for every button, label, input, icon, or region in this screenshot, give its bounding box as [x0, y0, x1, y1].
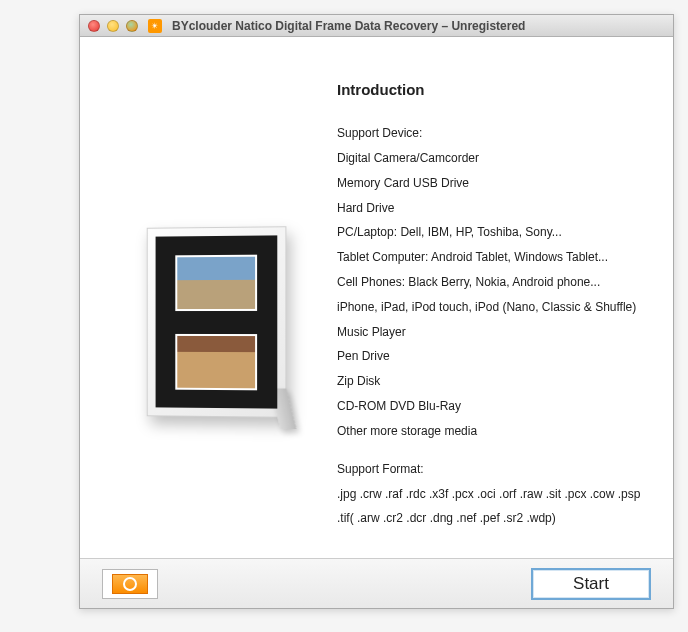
- zoom-icon[interactable]: [126, 20, 138, 32]
- window-title: BYclouder Natico Digital Frame Data Reco…: [172, 19, 525, 33]
- content-area: Introduction Support Device: Digital Cam…: [80, 37, 673, 557]
- close-icon[interactable]: [88, 20, 100, 32]
- digital-frame-illustration: [146, 226, 286, 418]
- device-line: Pen Drive: [337, 348, 655, 365]
- device-line: Hard Drive: [337, 200, 655, 217]
- device-line: Cell Phones: Black Berry, Nokia, Android…: [337, 274, 655, 291]
- bottom-toolbar: Start: [80, 558, 673, 608]
- device-line: iPhone, iPad, iPod touch, iPod (Nano, Cl…: [337, 299, 655, 316]
- device-line: Zip Disk: [337, 373, 655, 390]
- format-line: .jpg .crw .raf .rdc .x3f .pcx .oci .orf …: [337, 486, 655, 503]
- titlebar: ✴ BYclouder Natico Digital Frame Data Re…: [80, 15, 673, 37]
- app-icon: ✴: [148, 19, 162, 33]
- format-line: .tif( .arw .cr2 .dcr .dng .nef .pef .sr2…: [337, 510, 655, 527]
- device-line: CD-ROM DVD Blu-Ray: [337, 398, 655, 415]
- lifebuoy-icon: [112, 574, 148, 594]
- help-button[interactable]: [102, 569, 158, 599]
- intro-heading: Introduction: [337, 81, 655, 98]
- frame-photo-bottom: [175, 333, 257, 389]
- device-line: PC/Laptop: Dell, IBM, HP, Toshiba, Sony.…: [337, 224, 655, 241]
- device-line: Other more storage media: [337, 423, 655, 440]
- frame-photo-top: [175, 254, 257, 310]
- traffic-lights: [88, 20, 138, 32]
- product-image-column: [98, 47, 333, 557]
- support-device-label: Support Device:: [337, 126, 655, 140]
- device-line: Music Player: [337, 324, 655, 341]
- start-button[interactable]: Start: [531, 568, 651, 600]
- minimize-icon[interactable]: [107, 20, 119, 32]
- support-format-label: Support Format:: [337, 462, 655, 476]
- app-window: ✴ BYclouder Natico Digital Frame Data Re…: [79, 14, 674, 609]
- device-line: Tablet Computer: Android Tablet, Windows…: [337, 249, 655, 266]
- device-line: Memory Card USB Drive: [337, 175, 655, 192]
- introduction-column: Introduction Support Device: Digital Cam…: [333, 47, 655, 557]
- device-line: Digital Camera/Camcorder: [337, 150, 655, 167]
